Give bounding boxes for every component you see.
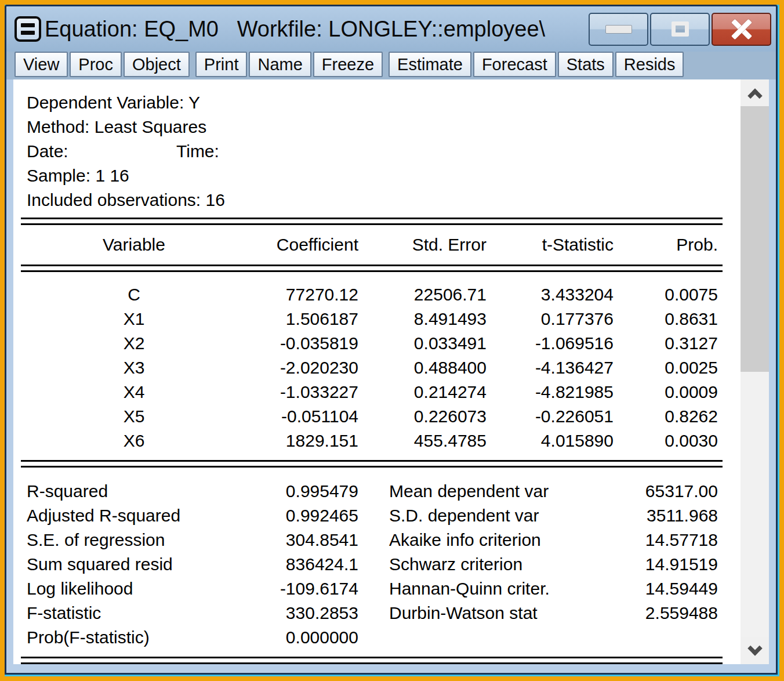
cell-std-error: 455.4785 xyxy=(358,429,487,453)
double-rule xyxy=(21,218,723,225)
vertical-scrollbar[interactable] xyxy=(741,79,769,664)
cell-variable: X4 xyxy=(21,380,247,404)
cell-prob: 0.8262 xyxy=(614,404,723,429)
double-rule xyxy=(21,265,723,272)
freeze-button[interactable]: Freeze xyxy=(313,52,383,77)
cell-t-statistic: -0.226051 xyxy=(487,404,614,429)
stats-button[interactable]: Stats xyxy=(558,52,614,77)
stat-label: Akaike info criterion xyxy=(383,528,604,552)
header-std-error: Std. Error xyxy=(358,233,487,257)
double-rule xyxy=(21,460,723,468)
scroll-up-button[interactable] xyxy=(741,79,769,107)
cell-t-statistic: -4.136427 xyxy=(487,356,614,380)
table-row: X3 -2.020230 0.488400 -4.136427 0.0025 xyxy=(21,356,723,380)
cell-coefficient: -0.051104 xyxy=(247,404,358,429)
cell-t-statistic: -1.069516 xyxy=(487,331,614,356)
cell-std-error: 22506.71 xyxy=(358,282,487,307)
table-row: X4 -1.033227 0.214274 -4.821985 0.0009 xyxy=(21,380,723,404)
double-rule xyxy=(21,657,723,664)
header-variable: Variable xyxy=(21,233,247,257)
stat-value: -109.6174 xyxy=(242,577,358,601)
cell-prob: 0.0075 xyxy=(614,282,723,307)
cell-std-error: 8.491493 xyxy=(358,307,487,331)
cell-std-error: 0.226073 xyxy=(358,404,487,429)
proc-button[interactable]: Proc xyxy=(70,52,122,77)
header-t-statistic: t-Statistic xyxy=(487,233,614,257)
table-header-row: Variable Coefficient Std. Error t-Statis… xyxy=(21,225,723,265)
screenshot-frame: Equation: EQ_M0 Workfile: LONGLEY::emplo… xyxy=(5,5,779,676)
stat-label: Durbin-Watson stat xyxy=(383,601,604,625)
stat-value: 14.57718 xyxy=(604,528,723,552)
stat-label: Mean dependent var xyxy=(383,479,604,503)
stat-label: Sum squared resid xyxy=(21,552,242,577)
icon-bar-top xyxy=(21,23,35,27)
cell-coefficient: 1829.151 xyxy=(247,429,358,453)
cell-prob: 0.3127 xyxy=(614,331,723,356)
stat-value: 836424.1 xyxy=(242,552,358,577)
table-row: X2 -0.035819 0.033491 -1.069516 0.3127 xyxy=(21,331,723,356)
cell-std-error: 0.488400 xyxy=(358,356,487,380)
close-button[interactable] xyxy=(712,13,771,46)
cell-coefficient: -0.035819 xyxy=(247,331,358,356)
stat-value: 304.8541 xyxy=(242,528,358,552)
cell-std-error: 0.214274 xyxy=(358,380,487,404)
resids-button[interactable]: Resids xyxy=(615,52,684,77)
minimize-button[interactable] xyxy=(589,13,648,46)
close-icon xyxy=(729,16,754,42)
maximize-icon xyxy=(672,21,689,37)
stat-label: S.E. of regression xyxy=(21,528,242,552)
cell-prob: 0.0025 xyxy=(614,356,723,380)
view-button[interactable]: View xyxy=(14,52,68,77)
stat-label: R-squared xyxy=(21,479,242,503)
toolbar: View Proc Object Print Name Freeze Estim… xyxy=(6,52,776,79)
summary-statistics: R-squared 0.995479 Mean dependent var 65… xyxy=(21,479,723,650)
cell-coefficient: -1.033227 xyxy=(247,380,358,404)
regression-output: Dependent Variable: Y Method: Least Squa… xyxy=(13,79,741,664)
maximize-button[interactable] xyxy=(650,13,710,46)
print-button[interactable]: Print xyxy=(195,52,248,77)
equation-summary: Dependent Variable: Y Method: Least Squa… xyxy=(27,90,741,212)
stat-value: 3511.968 xyxy=(604,503,723,528)
stat-value: 0.995479 xyxy=(242,479,358,503)
toolbar-group-object: View Proc Object xyxy=(14,52,190,77)
forecast-button[interactable]: Forecast xyxy=(473,52,556,77)
cell-t-statistic: 4.015890 xyxy=(487,429,614,453)
time-label: Time: xyxy=(176,142,219,161)
window-title: Equation: EQ_M0 Workfile: LONGLEY::emplo… xyxy=(45,17,587,42)
method-line: Method: Least Squares xyxy=(27,115,741,139)
sample-line: Sample: 1 16 xyxy=(27,164,741,188)
cell-variable: X5 xyxy=(21,404,247,429)
stat-value: 0.992465 xyxy=(242,503,358,528)
chevron-down-icon xyxy=(747,641,762,655)
window-focus-accent: Equation: EQ_M0 Workfile: LONGLEY::emplo… xyxy=(5,5,779,676)
coefficient-table: C 77270.12 22506.71 3.433204 0.0075 X1 1… xyxy=(21,282,741,453)
cell-t-statistic: -4.821985 xyxy=(487,380,614,404)
included-observations-line: Included observations: 16 xyxy=(27,188,741,212)
name-button[interactable]: Name xyxy=(249,52,311,77)
scroll-down-button[interactable] xyxy=(741,637,769,664)
toolbar-group-estimate: Estimate Forecast Stats Resids xyxy=(389,52,684,77)
stat-value: 14.59449 xyxy=(604,577,723,601)
stat-label: S.D. dependent var xyxy=(383,503,604,528)
object-button[interactable]: Object xyxy=(124,52,190,77)
date-label: Date: xyxy=(27,139,176,164)
date-time-line: Date:Time: xyxy=(27,139,741,164)
icon-bar-bottom xyxy=(21,31,35,35)
scrollbar-thumb[interactable] xyxy=(741,106,769,372)
titlebar[interactable]: Equation: EQ_M0 Workfile: LONGLEY::emplo… xyxy=(6,6,776,52)
equation-object-icon[interactable] xyxy=(14,16,41,42)
cell-variable: X6 xyxy=(21,429,247,453)
stat-label: Adjusted R-squared xyxy=(21,503,242,528)
cell-variable: X3 xyxy=(21,356,247,380)
stat-label: F-statistic xyxy=(21,601,242,625)
cell-t-statistic: 3.433204 xyxy=(487,282,614,307)
cell-coefficient: -2.020230 xyxy=(247,356,358,380)
minimize-icon xyxy=(605,25,632,34)
stat-value: 2.559488 xyxy=(604,601,723,625)
chevron-up-icon xyxy=(747,88,762,103)
estimate-button[interactable]: Estimate xyxy=(389,52,471,77)
cell-variable: X1 xyxy=(21,307,247,331)
equation-window: Equation: EQ_M0 Workfile: LONGLEY::emplo… xyxy=(5,5,778,675)
toolbar-group-print: Print Name Freeze xyxy=(195,52,383,77)
table-row: X6 1829.151 455.4785 4.015890 0.0030 xyxy=(21,429,723,453)
